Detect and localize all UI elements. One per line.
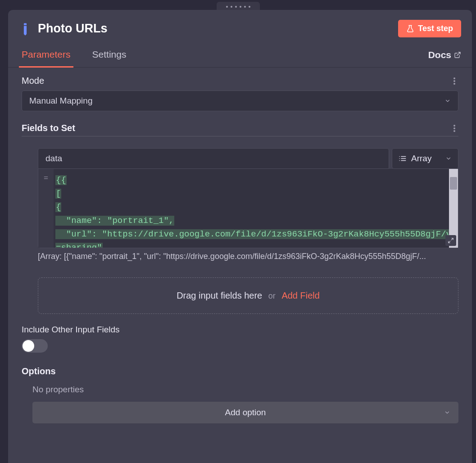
options-section-header: Options [22, 366, 458, 377]
chevron-down-icon [444, 409, 450, 416]
tab-settings[interactable]: Settings [90, 43, 129, 68]
panel-title: Photo URLs [38, 22, 398, 36]
node-config-panel: Photo URLs Test step Parameters Settings… [8, 10, 472, 463]
mode-menu[interactable] [450, 77, 458, 86]
list-icon [399, 154, 407, 163]
include-other-fields-row: Include Other Input Fields [22, 325, 458, 353]
external-link-icon [454, 51, 461, 59]
edit-icon [16, 20, 34, 38]
mode-label: Mode [22, 76, 44, 86]
field-item: data Array = {{ [ { "name": "portrait_1"… [38, 148, 458, 261]
expand-icon[interactable] [445, 235, 456, 246]
field-preview: [Array: [{"name": "portrait_1", "url": "… [38, 252, 458, 261]
test-step-button[interactable]: Test step [398, 20, 461, 37]
code-content[interactable]: {{ [ { "name": "portrait_1", "url": "htt… [54, 169, 449, 248]
mode-dropdown[interactable]: Manual Mapping [22, 91, 458, 111]
tab-parameters[interactable]: Parameters [19, 43, 73, 68]
include-other-toggle[interactable] [22, 339, 48, 353]
options-empty-text: No properties [32, 385, 458, 395]
field-type-dropdown[interactable]: Array [392, 148, 458, 169]
options-label: Options [22, 366, 458, 377]
fields-section-header: Fields to Set [22, 123, 458, 136]
flask-icon [406, 25, 414, 33]
panel-body: Mode Manual Mapping Fields to Set data A… [8, 68, 472, 431]
code-gutter: = [38, 169, 54, 248]
chevron-down-icon [445, 155, 452, 162]
mode-section-header: Mode [22, 76, 458, 86]
field-name-input[interactable]: data [38, 148, 389, 169]
panel-header: Photo URLs Test step [8, 10, 472, 43]
chevron-down-icon [444, 98, 451, 104]
field-expression-editor[interactable]: = {{ [ { "name": "portrait_1", "url": "h… [38, 169, 458, 248]
include-other-label: Include Other Input Fields [22, 325, 458, 335]
add-option-button[interactable]: Add option [32, 402, 458, 423]
fields-label: Fields to Set [22, 123, 75, 133]
docs-link[interactable]: Docs [428, 43, 461, 67]
add-field-link[interactable]: Add Field [281, 291, 320, 300]
fields-menu[interactable] [450, 124, 458, 133]
field-dropzone[interactable]: Drag input fields here or Add Field [38, 277, 458, 314]
tab-bar: Parameters Settings Docs [8, 43, 472, 68]
